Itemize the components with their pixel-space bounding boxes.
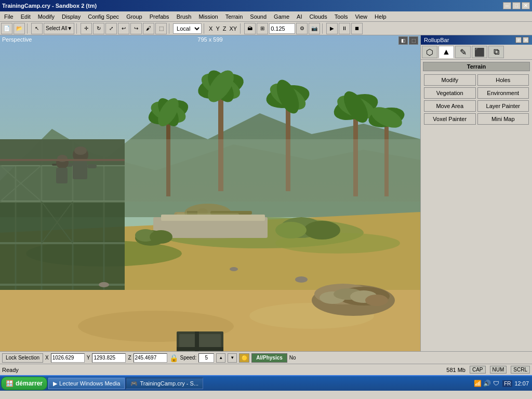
move-area-button[interactable]: Move Area (424, 100, 476, 112)
num-indicator: NUM (490, 366, 507, 374)
vegetation-button[interactable]: Vegetation (424, 87, 476, 99)
toolbar-sep-3 (169, 23, 171, 34)
viewport[interactable]: Perspective 795 x 599 ◧ ⬚ (0, 35, 420, 351)
move-button[interactable]: ✛ (81, 23, 92, 34)
select-button[interactable]: ↖ (31, 23, 43, 34)
speed-up-button[interactable]: ▲ (216, 353, 225, 363)
language-button[interactable]: FR (502, 380, 512, 387)
terrain-color-button[interactable]: 🟡 (239, 353, 249, 363)
menu-clouds[interactable]: Clouds (306, 12, 330, 21)
rollupbar-pin-button[interactable]: # (515, 37, 522, 43)
terrain-texture-btn[interactable]: 🏔 (244, 23, 256, 34)
toolbar-sep-5 (240, 23, 242, 34)
rollupbar-close-button[interactable]: ✕ (523, 37, 529, 43)
viewport-label: Perspective (2, 36, 32, 43)
main-area: Perspective 795 x 599 ◧ ⬚ (0, 35, 532, 351)
start-button[interactable]: 🪟 démarrer (1, 377, 47, 390)
speaker-icon: 🔊 (483, 379, 491, 388)
speed-input[interactable] (198, 353, 214, 363)
pause-btn[interactable]: ⏸ (339, 23, 350, 34)
menu-prefabs[interactable]: Prefabs (147, 12, 172, 21)
terrain-title: Terrain (423, 62, 530, 71)
taskbar-item-sandbox[interactable]: 🎮 TrainingCamp.cry - S... (126, 378, 203, 389)
modify-button[interactable]: Modify (424, 74, 476, 86)
menu-config-spec[interactable]: Config Spec (85, 12, 122, 21)
play-btn[interactable]: ▶ (326, 23, 338, 34)
minimize-button[interactable]: ─ (503, 2, 511, 9)
menu-display[interactable]: Display (59, 12, 84, 21)
rb-tab-layers[interactable]: ⧉ (488, 46, 504, 58)
menu-mission[interactable]: Mission (195, 12, 221, 21)
select-all-label: Select All (46, 25, 67, 31)
menu-view[interactable]: View (352, 12, 370, 21)
scene-view (0, 35, 420, 351)
media-label: Lecteur Windows Media (59, 380, 120, 387)
x-coord-label: X (45, 355, 49, 361)
grid-settings-btn[interactable]: ⚙ (296, 23, 308, 34)
close-button[interactable]: ✕ (522, 2, 530, 9)
undo-button[interactable]: ↩ (118, 23, 129, 34)
scale-button[interactable]: ⤢ (105, 23, 117, 34)
statusbar-right: 581 Mb CAP NUM SCRL (446, 366, 530, 374)
redo-button[interactable]: ↪ (130, 23, 142, 34)
terrain-buttons-grid: Modify Holes Vegetation Environment Move… (423, 73, 530, 126)
menu-edit[interactable]: Edit (18, 12, 34, 21)
viewport-icon-2[interactable]: ⬚ (409, 36, 418, 45)
viewport-icon-1[interactable]: ◧ (398, 36, 408, 45)
menu-ai[interactable]: AI (294, 12, 305, 21)
rotate-button[interactable]: ↻ (93, 23, 104, 34)
z-coord-input[interactable] (134, 353, 167, 363)
environment-button[interactable]: Environment (477, 87, 529, 99)
mini-map-button[interactable]: Mini Map (477, 113, 529, 125)
new-button[interactable]: 📄 (1, 23, 12, 34)
maximize-button[interactable]: □ (512, 2, 521, 9)
speed-down-button[interactable]: ▼ (228, 353, 237, 363)
menu-file[interactable]: File (1, 12, 17, 21)
menu-terrain[interactable]: Terrain (222, 12, 246, 21)
svg-rect-74 (177, 347, 223, 351)
network-icon: 📶 (473, 379, 482, 388)
xy-axis-label: XY (228, 25, 238, 32)
titlebar-controls: ─ □ ✕ (503, 2, 530, 9)
paint-button[interactable]: 🖌 (143, 23, 154, 34)
rb-tab-brush[interactable]: ✎ (455, 46, 471, 58)
menu-game[interactable]: Game (271, 12, 292, 21)
taskbar-item-media[interactable]: ▶ Lecteur Windows Media (48, 378, 125, 389)
lock-selection-button[interactable]: Lock Selection (2, 353, 43, 363)
layer-painter-button[interactable]: Layer Painter (477, 100, 529, 112)
toolbar-sep-4 (204, 23, 206, 34)
terrain-section: Terrain Modify Holes Vegetation Environm… (421, 60, 532, 128)
grid-size-input[interactable] (269, 23, 295, 34)
menu-brush[interactable]: Brush (174, 12, 195, 21)
rb-tab-entities[interactable]: ⬛ (472, 46, 487, 58)
menu-sound[interactable]: Sound (247, 12, 270, 21)
camera-btn[interactable]: 📷 (309, 23, 320, 34)
media-icon: ▶ (53, 380, 57, 387)
open-button[interactable]: 📂 (14, 23, 25, 34)
holes-button[interactable]: Holes (477, 74, 529, 86)
y-coord-input[interactable] (92, 353, 126, 363)
svg-rect-85 (0, 139, 420, 202)
svg-point-83 (230, 267, 238, 271)
taskbar: 🪟 démarrer ▶ Lecteur Windows Media 🎮 Tra… (0, 375, 532, 391)
menu-tools[interactable]: Tools (331, 12, 351, 21)
eraser-button[interactable]: ⬚ (155, 23, 167, 34)
scrl-indicator: SCRL (511, 366, 530, 374)
coord-system-select[interactable]: Local World (173, 23, 202, 34)
physics-button[interactable]: AI/Physics (251, 353, 287, 363)
stop-btn[interactable]: ⏹ (351, 23, 363, 34)
y-coord-label: Y (87, 355, 90, 361)
grid-btn[interactable]: ⊞ (257, 23, 268, 34)
start-icon: 🪟 (6, 380, 14, 387)
memory-label: 581 Mb (446, 367, 466, 373)
rollupbar-title: RollupBar (424, 37, 449, 43)
select-all-button[interactable]: Select All ▼ (44, 23, 74, 34)
rb-tab-terrain[interactable]: ▲ (438, 46, 454, 58)
voxel-painter-button[interactable]: Voxel Painter (424, 113, 476, 125)
menu-help[interactable]: Help (371, 12, 390, 21)
menu-group[interactable]: Group (123, 12, 145, 21)
menu-modify[interactable]: Modify (35, 12, 58, 21)
svg-point-82 (99, 282, 109, 287)
rb-tab-objects[interactable]: ⬡ (422, 46, 437, 58)
x-coord-input[interactable] (51, 353, 85, 363)
